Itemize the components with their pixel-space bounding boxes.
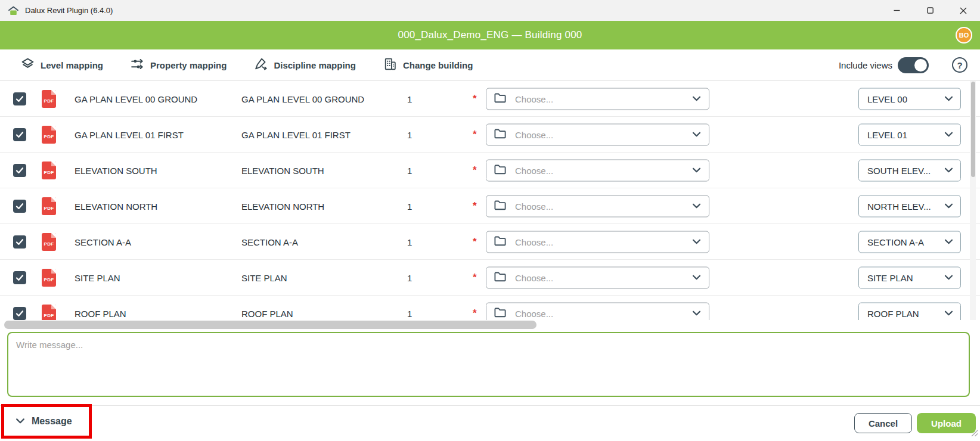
row-checkbox[interactable]: [13, 235, 26, 249]
sheet-name: GA PLAN LEVEL 00 GROUND: [75, 94, 197, 104]
table-row: PDF GA PLAN LEVEL 00 GROUND GA PLAN LEVE…: [0, 81, 980, 117]
chevron-down-icon: [692, 272, 701, 283]
message-section-toggle[interactable]: Message: [4, 416, 72, 427]
folder-icon: [494, 92, 507, 105]
row-checkbox[interactable]: [13, 200, 26, 213]
level-select-value: LEVEL 00: [867, 94, 944, 104]
vertical-scrollbar-thumb[interactable]: [971, 82, 975, 177]
required-asterisk: *: [473, 200, 477, 212]
sheet-title: GA PLAN LEVEL 01 FIRST: [241, 129, 351, 139]
folder-select[interactable]: Choose...: [486, 266, 709, 288]
change-building-button[interactable]: Change building: [383, 57, 473, 74]
folder-select[interactable]: Choose...: [486, 195, 709, 217]
level-mapping-label: Level mapping: [41, 60, 103, 70]
cancel-button[interactable]: Cancel: [854, 413, 912, 433]
pdf-badge: PDF: [42, 313, 56, 318]
sheet-mapping-table: PDF GA PLAN LEVEL 00 GROUND GA PLAN LEVE…: [0, 81, 980, 320]
minimize-button[interactable]: [880, 0, 913, 21]
table-row: PDF ROOF PLAN ROOF PLAN 1 * Choose... RO…: [0, 296, 980, 320]
chevron-down-icon: [692, 201, 701, 212]
chevron-down-icon: [692, 237, 701, 247]
level-select[interactable]: ROOF PLAN: [858, 302, 961, 320]
footer-divider: [0, 405, 980, 406]
close-button[interactable]: [947, 0, 980, 21]
horizontal-scrollbar-thumb[interactable]: [4, 321, 536, 329]
level-select[interactable]: LEVEL 00: [858, 88, 961, 110]
sheet-count: 1: [407, 272, 412, 282]
chevron-down-icon: [15, 416, 25, 427]
folder-select-placeholder: Choose...: [515, 308, 692, 318]
level-select[interactable]: LEVEL 01: [858, 123, 961, 145]
folder-select[interactable]: Choose...: [486, 302, 709, 320]
chevron-down-icon: [944, 237, 953, 247]
pdf-file-icon: PDF: [42, 162, 56, 179]
pdf-fold-corner: [51, 305, 56, 309]
vertical-scrollbar[interactable]: [970, 81, 976, 320]
table-row: PDF SECTION A-A SECTION A-A 1 * Choose..…: [0, 224, 980, 260]
table-row: PDF ELEVATION SOUTH ELEVATION SOUTH 1 * …: [0, 153, 980, 188]
row-checkbox[interactable]: [13, 271, 26, 284]
required-asterisk: *: [473, 164, 477, 176]
toggle-knob: [914, 59, 927, 72]
message-input[interactable]: [7, 332, 970, 397]
property-mapping-button[interactable]: Property mapping: [130, 57, 227, 74]
pdf-file-icon: PDF: [42, 126, 56, 144]
level-select[interactable]: NORTH ELEV...: [858, 195, 961, 217]
resize-grip[interactable]: [971, 428, 978, 439]
pdf-fold-corner: [51, 197, 56, 202]
window-title: Dalux Revit Plugin (6.4.0): [25, 6, 113, 15]
help-icon[interactable]: ?: [952, 57, 967, 73]
user-avatar[interactable]: BO: [956, 27, 972, 44]
chevron-down-icon: [944, 201, 953, 212]
row-checkbox[interactable]: [13, 307, 26, 320]
folder-select[interactable]: Choose...: [486, 88, 709, 110]
maximize-button[interactable]: [913, 0, 947, 21]
change-building-label: Change building: [403, 60, 473, 70]
folder-select[interactable]: Choose...: [486, 231, 709, 253]
sheet-name: ELEVATION NORTH: [75, 201, 157, 211]
chevron-down-icon: [692, 165, 701, 176]
folder-select-placeholder: Choose...: [515, 129, 692, 139]
folder-icon: [494, 271, 507, 284]
row-checkbox[interactable]: [13, 164, 26, 177]
upload-button[interactable]: Upload: [917, 413, 976, 433]
folder-select-placeholder: Choose...: [515, 94, 692, 104]
sheet-name: ELEVATION SOUTH: [75, 165, 157, 175]
required-asterisk: *: [473, 236, 477, 248]
folder-icon: [494, 163, 507, 177]
chevron-down-icon: [692, 94, 701, 104]
sheet-title: ELEVATION SOUTH: [241, 165, 324, 175]
pdf-badge: PDF: [42, 277, 56, 282]
pdf-badge: PDF: [42, 170, 56, 175]
discipline-mapping-label: Discipline mapping: [274, 60, 356, 70]
sheet-name: SITE PLAN: [75, 272, 120, 282]
level-select[interactable]: SECTION A-A: [858, 231, 961, 253]
window-titlebar: Dalux Revit Plugin (6.4.0): [0, 0, 980, 21]
pdf-fold-corner: [51, 126, 56, 131]
include-views-toggle[interactable]: [898, 57, 929, 73]
dalux-home-icon: [8, 6, 19, 15]
folder-select-placeholder: Choose...: [515, 237, 692, 247]
level-select-value: ROOF PLAN: [867, 308, 944, 318]
chevron-down-icon: [944, 94, 953, 104]
project-title: 000_Dalux_Demo_ENG — Building 000: [398, 29, 582, 41]
pdf-badge: PDF: [42, 241, 56, 247]
level-mapping-button[interactable]: Level mapping: [20, 57, 103, 74]
sheet-name: SECTION A-A: [75, 237, 131, 247]
pdf-badge: PDF: [42, 134, 56, 139]
window-controls: [880, 0, 980, 21]
level-select[interactable]: SITE PLAN: [858, 266, 961, 288]
folder-select-placeholder: Choose...: [515, 165, 692, 175]
pdf-fold-corner: [51, 269, 56, 274]
folder-select[interactable]: Choose...: [486, 159, 709, 181]
sheet-count: 1: [407, 94, 412, 104]
folder-select[interactable]: Choose...: [486, 123, 709, 145]
level-select[interactable]: SOUTH ELEV...: [858, 159, 961, 181]
toolbar-mapping-group: Level mapping Property mapping: [0, 57, 473, 74]
pdf-fold-corner: [51, 90, 56, 95]
discipline-mapping-button[interactable]: Discipline mapping: [253, 57, 356, 74]
row-checkbox[interactable]: [13, 92, 26, 105]
avatar-initials: BO: [959, 32, 969, 39]
row-checkbox[interactable]: [13, 128, 26, 141]
sheet-title: SITE PLAN: [241, 272, 287, 282]
